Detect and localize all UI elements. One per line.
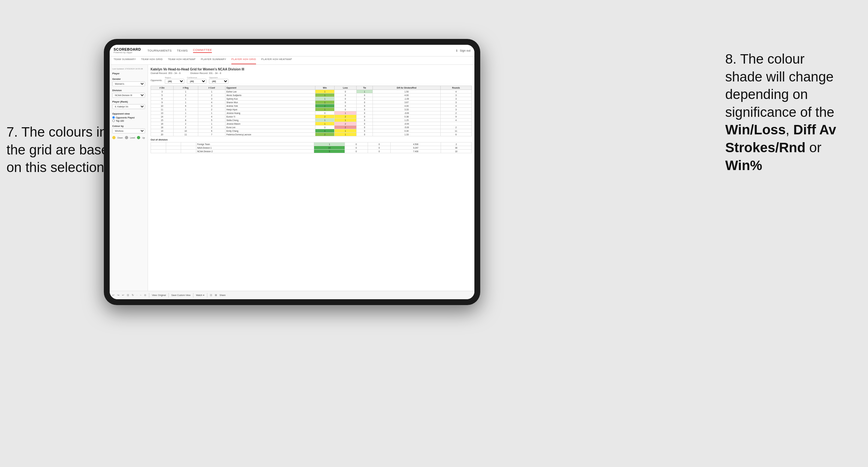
table-cell: 16 <box>151 122 174 126</box>
table-cell: 19 <box>151 129 174 133</box>
table-cell: 11 <box>151 108 174 111</box>
divider-3 <box>193 293 193 298</box>
table-cell: 0 <box>334 93 356 97</box>
nav-teams[interactable]: TEAMS <box>177 49 188 52</box>
subnav-player-summary[interactable]: PLAYER SUMMARY <box>201 58 226 64</box>
ood-empty-cell <box>181 150 196 153</box>
subnav-team-summary[interactable]: TEAM SUMMARY <box>114 58 136 64</box>
table-cell: 0 <box>356 133 373 136</box>
table-cell: 0 <box>356 104 373 108</box>
table-cell: 20 <box>151 133 174 136</box>
table-row: 19106Emily Chang4100.3011 <box>151 129 472 133</box>
logo: SCOREBOARD Powered by clippd <box>114 48 141 54</box>
player-rank-select[interactable]: 8. Katelyn Vo <box>112 104 145 109</box>
ood-empty-cell <box>166 143 181 146</box>
nav-items: TOURNAMENTS TEAMS COMMITTEE <box>147 49 450 53</box>
radio-opponents-played[interactable]: Opponents Played <box>112 116 145 119</box>
ood-data-cell: 0 <box>345 146 368 150</box>
table-row: 613Sydney Kuo100-1.003 <box>151 97 472 101</box>
annotation-left: 7. The colours in the grid are based on … <box>6 123 117 177</box>
table-cell: 2 <box>198 126 225 129</box>
table-cell: 11 <box>173 133 198 136</box>
table-cell: 3.67 <box>373 101 440 104</box>
table-icon[interactable]: ⊞ <box>215 294 217 297</box>
sign-out-link[interactable]: Sign out <box>460 49 470 52</box>
table-cell: 1 <box>198 122 225 126</box>
table-cell <box>440 122 471 126</box>
ood-data-cell: 0 <box>368 143 391 146</box>
division-select[interactable]: NCAA Division III <box>112 93 145 98</box>
table-cell: 1 <box>334 119 356 122</box>
col-div: # Div <box>151 86 174 90</box>
table-cell: 1 <box>334 111 356 115</box>
table-cell: 1 <box>198 90 225 93</box>
ood-empty-cell <box>181 146 196 150</box>
ood-table-row: Foreign Team1004.5002 <box>151 143 472 146</box>
table-cell: 4 <box>198 115 225 119</box>
table-cell: 2 <box>315 115 334 119</box>
back-icon[interactable]: ↩ <box>122 294 124 297</box>
region-filter: Region (All) <box>165 76 184 84</box>
wave-icon: ~ <box>140 294 142 297</box>
grid-icon[interactable]: ⊡ <box>127 294 129 297</box>
ood-label-cell: Foreign Team <box>196 143 314 146</box>
table-cell: 0 <box>356 126 373 129</box>
table-cell: Euna Lee <box>225 126 315 129</box>
opponent-select[interactable]: (All) <box>209 79 228 84</box>
share-btn[interactable]: Share <box>220 294 226 296</box>
ood-empty-cell <box>151 146 166 150</box>
watch-btn[interactable]: Watch ▾ <box>196 294 205 297</box>
table-cell: 9 <box>151 101 174 104</box>
ood-table-row: NAIA Division 115009.26730 <box>151 146 472 150</box>
region-select[interactable]: (All) <box>165 79 184 84</box>
table-cell: 0 <box>356 97 373 101</box>
conference-select[interactable]: (All) <box>187 79 206 84</box>
opponent-filter: Opponent (All) <box>209 76 228 84</box>
ood-data-cell: 10 <box>441 150 472 153</box>
redo-icon[interactable]: ↪ <box>117 294 119 297</box>
grid-title: Katelyn Vo Head-to-Head Grid for Women's… <box>151 67 472 71</box>
radio-top-100[interactable]: Top 100 <box>112 119 145 122</box>
nav-tournaments[interactable]: TOURNAMENTS <box>147 49 172 52</box>
circle-icon[interactable]: ⊙ <box>144 294 146 297</box>
layout-icon[interactable]: ⊡ <box>210 294 212 297</box>
col-diff: Diff Av Strokes/Rnd <box>373 86 440 90</box>
sidebar-division-section: Division NCAA Division III <box>112 89 145 98</box>
undo-icon[interactable]: ↩ <box>112 294 115 297</box>
table-cell: 6 <box>151 97 174 101</box>
sidebar-player-section: Player <box>112 72 145 75</box>
refresh-icon[interactable]: ↻ <box>132 294 134 297</box>
table-cell: 2 <box>198 108 225 111</box>
table-cell: 2 <box>334 126 356 129</box>
nav-committee[interactable]: COMMITTEE <box>193 49 212 53</box>
dot-icon: · <box>136 294 137 297</box>
table-row: 1822Euna Lee020-5.002 <box>151 126 472 129</box>
out-of-division-table: Foreign Team1004.5002NAIA Division 11500… <box>151 142 472 153</box>
content-area: Katelyn Vo Head-to-Head Grid for Women's… <box>148 65 474 291</box>
table-cell: 1 <box>315 122 334 126</box>
gender-select[interactable]: Women's <box>112 82 145 86</box>
level-dot <box>125 136 128 139</box>
filter-row: Opponents: Region (All) Conference (All) <box>151 76 472 84</box>
table-cell: 0 <box>356 93 373 97</box>
table-cell: 7 <box>198 133 225 136</box>
table-cell: 1 <box>173 111 198 115</box>
colour-by-select[interactable]: Win/loss <box>112 128 145 133</box>
table-cell: 3 <box>440 97 471 101</box>
ood-data-cell: 0 <box>368 150 391 153</box>
save-custom-view-btn[interactable]: Save Custom View <box>171 294 190 296</box>
table-cell: 0 <box>356 129 373 133</box>
view-original-btn[interactable]: View: Original <box>152 294 166 296</box>
table-cell: 5 <box>198 119 225 122</box>
subnav-player-h2h-heatmap[interactable]: PLAYER H2H HEATMAP <box>261 58 292 64</box>
table-row: 914Sharon Mun1003.673 <box>151 101 472 104</box>
ood-data-cell: 0 <box>345 143 368 146</box>
sub-nav: TEAM SUMMARY TEAM H2H GRID TEAM H2H HEAT… <box>110 57 474 65</box>
down-dot <box>112 136 116 139</box>
subnav-player-h2h-grid[interactable]: PLAYER H2H GRID <box>231 58 256 64</box>
subnav-team-h2h-heatmap[interactable]: TEAM H2H HEATMAP <box>168 58 196 64</box>
table-cell: Jessica Mason <box>225 122 315 126</box>
table-cell: 2 <box>440 126 471 129</box>
table-cell: 9 <box>440 115 471 119</box>
subnav-team-h2h-grid[interactable]: TEAM H2H GRID <box>141 58 163 64</box>
